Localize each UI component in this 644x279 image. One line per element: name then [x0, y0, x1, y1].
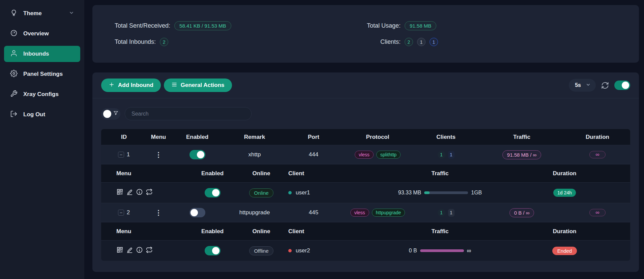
- inbound-enabled-toggle[interactable]: [189, 150, 205, 159]
- add-inbound-label: Add Inbound: [118, 82, 153, 89]
- inbounds-table: ID Menu Enabled Remark Port Protocol Cli…: [101, 129, 630, 261]
- sidebar-item-label: Overview: [23, 30, 49, 37]
- subcol-header-traffic: Traffic: [381, 228, 499, 235]
- transport-badge: httpupgrade: [372, 209, 405, 217]
- info-icon[interactable]: [136, 188, 143, 197]
- sidebar-item-panel-settings[interactable]: Panel Settings: [4, 66, 80, 82]
- sidebar-item-label: Log Out: [23, 111, 45, 118]
- add-inbound-button[interactable]: Add Inbound: [101, 79, 161, 92]
- gear-icon: [10, 70, 18, 79]
- stat-total-usage: Total Usage: 91.58 MB: [360, 22, 438, 30]
- inbound-id-cell: − 2: [101, 209, 147, 216]
- client-enabled-toggle[interactable]: [205, 246, 221, 255]
- client-menu-cell: [101, 246, 182, 255]
- row-menu-button[interactable]: ⋮: [155, 151, 162, 158]
- protocol-badge: vless: [355, 151, 374, 159]
- chevron-down-icon: [69, 10, 74, 17]
- inbound-protocol-cell: vless splithttp: [342, 151, 413, 159]
- subcol-header-traffic: Traffic: [381, 170, 499, 177]
- collapse-row-button[interactable]: −: [118, 152, 124, 158]
- sidebar-item-inbounds[interactable]: Inbounds: [4, 46, 80, 62]
- refresh-interval-select[interactable]: 5s: [569, 79, 596, 92]
- qrcode-icon[interactable]: [116, 188, 123, 197]
- subcol-header-duration: Duration: [499, 170, 630, 177]
- subcol-header-online: Online: [243, 170, 280, 177]
- usage-badge: 91.58 MB: [405, 21, 436, 30]
- col-header-menu: Menu: [147, 134, 170, 141]
- search-row: [92, 98, 639, 129]
- client-name-cell: user2: [280, 247, 381, 254]
- client-traffic-cell: 0 B ∞: [381, 247, 499, 254]
- stats-card: Total Sent/Received: 58.41 KB / 91.53 MB…: [92, 5, 639, 63]
- inbound-port: 445: [285, 209, 342, 216]
- traffic-total: 1GB: [471, 190, 482, 196]
- client-count-badge: 1: [438, 209, 445, 217]
- table-header-row: ID Menu Enabled Remark Port Protocol Cli…: [101, 129, 630, 145]
- traffic-total: ∞: [467, 247, 471, 254]
- filter-toggle-knob: [103, 110, 111, 118]
- auto-refresh-toggle[interactable]: [614, 81, 630, 90]
- inbound-enabled-toggle[interactable]: [189, 208, 205, 217]
- subcol-header-enabled: Enabled: [182, 170, 243, 177]
- sidebar-item-xray-configs[interactable]: Xray Configs: [4, 86, 80, 102]
- sidebar-item-theme[interactable]: Theme: [4, 5, 80, 22]
- chevron-down-icon: [586, 82, 591, 89]
- sent-received-badge: 58.41 KB / 91.53 MB: [174, 21, 231, 30]
- stats-left-column: Total Sent/Received: 58.41 KB / 91.53 MB…: [115, 22, 231, 46]
- collapse-row-button[interactable]: −: [118, 210, 124, 216]
- stats-right-column: Total Usage: 91.58 MB Clients: 2 1 1: [360, 22, 438, 46]
- repeat-icon[interactable]: [146, 246, 153, 255]
- sidebar-item-logout[interactable]: Log Out: [4, 106, 80, 123]
- subcol-header-menu: Menu: [101, 170, 182, 177]
- inbound-row[interactable]: − 1 ⋮ xhttp 444 vless splithttp 1 1: [101, 145, 630, 164]
- inbounds-toolbar: Add Inbound General Actions 5s: [92, 72, 639, 98]
- traffic-progress-fill: [420, 249, 464, 252]
- inbound-clients-cell: 1 1: [413, 209, 479, 217]
- qrcode-icon[interactable]: [116, 246, 123, 255]
- client-duration-badge: Ended: [552, 247, 577, 255]
- client-enabled-toggle[interactable]: [205, 188, 221, 197]
- inbound-id: 2: [127, 209, 130, 216]
- client-duration-badge: 1d 24h: [553, 189, 576, 197]
- stat-label: Total Usage:: [360, 22, 401, 29]
- refresh-icon[interactable]: [601, 82, 609, 89]
- col-header-traffic: Traffic: [479, 134, 565, 141]
- client-name-cell: user1: [280, 189, 381, 196]
- client-row: Online user1 93.33 MB 1GB 1d 24h: [101, 182, 630, 203]
- inbound-traffic-badge: 0 B / ∞: [509, 208, 534, 217]
- funnel-icon: [113, 111, 118, 117]
- gauge-icon: [10, 29, 18, 38]
- inbound-duration-badge: ∞: [589, 209, 605, 216]
- traffic-progress-bar: [424, 191, 468, 194]
- inbound-port: 444: [285, 151, 342, 158]
- refresh-interval-value: 5s: [575, 82, 581, 88]
- sidebar-item-overview[interactable]: Overview: [4, 26, 80, 42]
- subcol-header-duration: Duration: [499, 228, 630, 235]
- search-input[interactable]: [125, 107, 252, 120]
- general-actions-button[interactable]: General Actions: [164, 79, 232, 92]
- info-icon[interactable]: [136, 246, 143, 255]
- col-header-duration: Duration: [565, 134, 630, 141]
- row-menu-button[interactable]: ⋮: [155, 209, 162, 216]
- subcol-header-client: Client: [280, 228, 381, 235]
- subcol-header-online: Online: [243, 228, 280, 235]
- inbound-row[interactable]: − 2 ⋮ httpupgrade 445 vless httpupgrade …: [101, 203, 630, 222]
- sidebar-item-label: Inbounds: [23, 51, 49, 57]
- subcol-header-enabled: Enabled: [182, 228, 243, 235]
- client-online-count-badge: 1: [448, 151, 455, 159]
- edit-icon[interactable]: [126, 188, 133, 197]
- repeat-icon[interactable]: [146, 188, 153, 197]
- filter-toggle[interactable]: [101, 108, 120, 120]
- client-menu-cell: [101, 188, 182, 197]
- traffic-progress-bar: [420, 249, 464, 252]
- client-row: Offline user2 0 B ∞ Ended: [101, 240, 630, 261]
- protocol-badge: vless: [350, 209, 369, 217]
- clients-deactive-badge: 1: [417, 38, 426, 46]
- main-content: Total Sent/Received: 58.41 KB / 91.53 MB…: [84, 0, 644, 279]
- inbound-remark: httpupgrade: [224, 209, 285, 216]
- edit-icon[interactable]: [126, 246, 133, 255]
- inbound-clients-cell: 1 1: [413, 151, 479, 159]
- stat-label: Clients:: [360, 38, 401, 45]
- transport-badge: splithttp: [376, 151, 401, 159]
- client-online-badge: Online: [249, 188, 273, 197]
